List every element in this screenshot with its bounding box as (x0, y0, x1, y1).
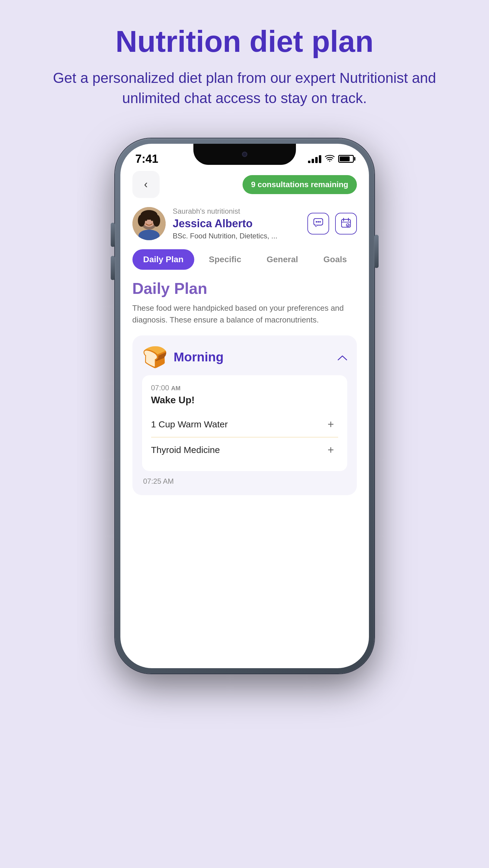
svg-point-5 (138, 215, 145, 227)
meal-item-thyroid: Thyroid Medicine + (151, 437, 338, 463)
nutritionist-credentials: BSc. Food Nutrition, Dietetics, ... (173, 232, 308, 240)
back-button[interactable]: ‹ (133, 171, 160, 198)
meal-card-morning: 🍞 Morning 07:00 AM (133, 336, 357, 495)
tabs-row: Daily Plan Specific General Goals (133, 249, 357, 270)
wifi-icon (325, 154, 335, 164)
meal-time: 07:00 AM (151, 384, 338, 392)
calendar-icon (341, 218, 351, 230)
battery-icon (338, 155, 354, 163)
meal-name: Morning (174, 350, 224, 364)
svg-point-18 (346, 224, 349, 227)
meal-time-slot: 07:00 AM Wake Up! 1 Cup Warm Water + Thy… (142, 375, 347, 471)
nutritionist-card: Saurabh's nutritionist Jessica Alberto B… (133, 207, 357, 240)
svg-point-6 (153, 215, 160, 227)
next-time-indicator: 07:25 AM (142, 473, 347, 486)
nutritionist-label: Saurabh's nutritionist (173, 207, 308, 216)
page-subtitle: Get a personalized diet plan from our ex… (49, 68, 441, 108)
tab-general[interactable]: General (256, 249, 309, 270)
avatar (133, 207, 166, 240)
nutritionist-info: Saurabh's nutritionist Jessica Alberto B… (173, 207, 308, 240)
tab-specific[interactable]: Specific (198, 249, 252, 270)
volume-up-button (111, 223, 115, 247)
svg-point-12 (317, 221, 319, 222)
meal-header-left: 🍞 Morning (142, 345, 224, 369)
meal-header: 🍞 Morning (142, 345, 347, 369)
meal-emoji: 🍞 (142, 345, 168, 369)
svg-point-0 (329, 161, 330, 161)
tab-daily-plan[interactable]: Daily Plan (133, 249, 195, 270)
meal-item-name: Thyroid Medicine (151, 445, 220, 455)
add-warm-water-button[interactable]: + (324, 417, 338, 432)
consultations-badge: 9 consultations remaining (242, 175, 356, 194)
status-icons (308, 154, 354, 164)
meal-item-name: 1 Cup Warm Water (151, 419, 228, 430)
top-navigation: ‹ 9 consultations remaining (133, 171, 357, 198)
chat-icon (313, 218, 323, 229)
svg-point-13 (319, 221, 321, 222)
volume-down-button (111, 256, 115, 280)
page-title: Nutrition diet plan (18, 24, 471, 59)
chevron-up-icon[interactable] (338, 352, 347, 363)
page-header: Nutrition diet plan Get a personalized d… (0, 0, 489, 120)
add-thyroid-button[interactable]: + (324, 443, 338, 457)
status-time: 7:41 (136, 153, 159, 165)
svg-point-7 (145, 218, 147, 221)
back-icon: ‹ (144, 178, 148, 191)
svg-point-11 (316, 221, 317, 222)
phone-screen: 7:41 (120, 144, 369, 668)
app-content: ‹ 9 consultations remaining (120, 168, 369, 501)
nutritionist-name: Jessica Alberto (173, 217, 308, 230)
signal-icon (308, 155, 321, 163)
meal-item-warm-water: 1 Cup Warm Water + (151, 412, 338, 437)
tab-goals[interactable]: Goals (313, 249, 356, 270)
section-description: These food were handpicked based on your… (133, 302, 357, 326)
phone-mockup: 7:41 (115, 138, 374, 674)
notch (193, 144, 296, 165)
nutritionist-actions (308, 213, 357, 235)
section-title: Daily Plan (133, 279, 357, 298)
calendar-button[interactable] (335, 213, 357, 235)
chat-button[interactable] (308, 213, 329, 235)
camera-notch (242, 152, 247, 157)
phone-outer: 7:41 (115, 138, 374, 674)
meal-event: Wake Up! (151, 395, 338, 406)
power-button (374, 235, 379, 268)
svg-point-8 (151, 218, 153, 221)
